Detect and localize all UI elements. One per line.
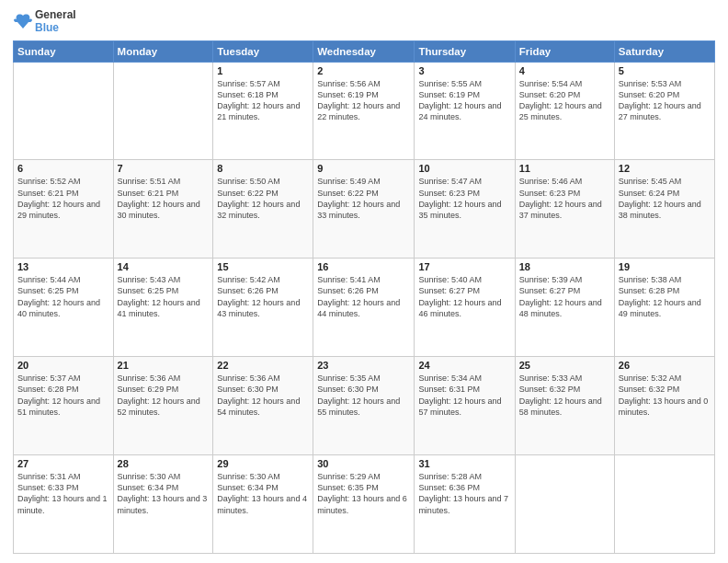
calendar-cell <box>614 455 714 554</box>
calendar-cell: 4Sunrise: 5:54 AM Sunset: 6:20 PM Daylig… <box>515 62 614 160</box>
day-info: Sunrise: 5:34 AM Sunset: 6:31 PM Dayligh… <box>418 373 510 418</box>
calendar-cell: 20Sunrise: 5:37 AM Sunset: 6:28 PM Dayli… <box>14 357 114 455</box>
calendar-cell: 27Sunrise: 5:31 AM Sunset: 6:33 PM Dayli… <box>14 455 114 554</box>
day-info: Sunrise: 5:50 AM Sunset: 6:22 PM Dayligh… <box>217 176 309 221</box>
calendar-cell: 1Sunrise: 5:57 AM Sunset: 6:18 PM Daylig… <box>213 62 313 160</box>
calendar-cell: 9Sunrise: 5:49 AM Sunset: 6:22 PM Daylig… <box>313 160 415 259</box>
day-info: Sunrise: 5:35 AM Sunset: 6:30 PM Dayligh… <box>317 373 410 418</box>
logo-bird-icon <box>13 12 33 32</box>
day-number: 15 <box>217 261 309 272</box>
day-info: Sunrise: 5:30 AM Sunset: 6:34 PM Dayligh… <box>118 471 210 516</box>
calendar-header-saturday: Saturday <box>614 40 714 62</box>
calendar-cell <box>14 62 114 160</box>
day-number: 11 <box>519 163 610 174</box>
day-info: Sunrise: 5:55 AM Sunset: 6:19 PM Dayligh… <box>418 78 510 123</box>
day-info: Sunrise: 5:45 AM Sunset: 6:24 PM Dayligh… <box>619 176 711 221</box>
day-number: 23 <box>317 360 410 371</box>
day-number: 6 <box>17 163 109 174</box>
calendar-cell: 6Sunrise: 5:52 AM Sunset: 6:21 PM Daylig… <box>14 160 114 259</box>
page: General Blue SundayMondayTuesdayWednesda… <box>0 0 728 563</box>
day-number: 21 <box>118 360 210 371</box>
calendar-week-row: 1Sunrise: 5:57 AM Sunset: 6:18 PM Daylig… <box>14 62 715 160</box>
day-number: 3 <box>418 65 510 76</box>
calendar-header-thursday: Thursday <box>415 40 515 62</box>
calendar-week-row: 13Sunrise: 5:44 AM Sunset: 6:25 PM Dayli… <box>14 259 715 357</box>
day-number: 9 <box>317 163 410 174</box>
calendar-header-wednesday: Wednesday <box>313 40 415 62</box>
day-number: 29 <box>217 458 309 469</box>
day-info: Sunrise: 5:52 AM Sunset: 6:21 PM Dayligh… <box>17 176 109 221</box>
calendar-cell: 26Sunrise: 5:32 AM Sunset: 6:32 PM Dayli… <box>614 357 714 455</box>
day-info: Sunrise: 5:41 AM Sunset: 6:26 PM Dayligh… <box>317 274 410 319</box>
day-number: 13 <box>17 261 109 272</box>
day-info: Sunrise: 5:44 AM Sunset: 6:25 PM Dayligh… <box>17 274 109 319</box>
day-number: 4 <box>519 65 610 76</box>
calendar-header-tuesday: Tuesday <box>213 40 313 62</box>
calendar-cell: 16Sunrise: 5:41 AM Sunset: 6:26 PM Dayli… <box>313 259 415 357</box>
day-info: Sunrise: 5:38 AM Sunset: 6:28 PM Dayligh… <box>619 274 711 319</box>
calendar-header-friday: Friday <box>515 40 614 62</box>
day-number: 7 <box>118 163 210 174</box>
day-number: 2 <box>317 65 410 76</box>
calendar-cell: 21Sunrise: 5:36 AM Sunset: 6:29 PM Dayli… <box>113 357 213 455</box>
day-number: 16 <box>317 261 410 272</box>
calendar-cell: 2Sunrise: 5:56 AM Sunset: 6:19 PM Daylig… <box>313 62 415 160</box>
calendar-week-row: 6Sunrise: 5:52 AM Sunset: 6:21 PM Daylig… <box>14 160 715 259</box>
day-info: Sunrise: 5:28 AM Sunset: 6:36 PM Dayligh… <box>418 471 510 516</box>
day-info: Sunrise: 5:57 AM Sunset: 6:18 PM Dayligh… <box>217 78 309 123</box>
day-number: 27 <box>17 458 109 469</box>
day-info: Sunrise: 5:51 AM Sunset: 6:21 PM Dayligh… <box>118 176 210 221</box>
calendar-cell: 12Sunrise: 5:45 AM Sunset: 6:24 PM Dayli… <box>614 160 714 259</box>
calendar-week-row: 20Sunrise: 5:37 AM Sunset: 6:28 PM Dayli… <box>14 357 715 455</box>
calendar-cell: 15Sunrise: 5:42 AM Sunset: 6:26 PM Dayli… <box>213 259 313 357</box>
calendar-cell: 5Sunrise: 5:53 AM Sunset: 6:20 PM Daylig… <box>614 62 714 160</box>
day-info: Sunrise: 5:32 AM Sunset: 6:32 PM Dayligh… <box>619 373 711 418</box>
day-info: Sunrise: 5:36 AM Sunset: 6:30 PM Dayligh… <box>217 373 309 418</box>
day-number: 31 <box>418 458 510 469</box>
day-info: Sunrise: 5:42 AM Sunset: 6:26 PM Dayligh… <box>217 274 309 319</box>
day-info: Sunrise: 5:30 AM Sunset: 6:34 PM Dayligh… <box>217 471 309 516</box>
calendar-table: SundayMondayTuesdayWednesdayThursdayFrid… <box>13 40 715 554</box>
day-info: Sunrise: 5:47 AM Sunset: 6:23 PM Dayligh… <box>418 176 510 221</box>
calendar-cell <box>113 62 213 160</box>
day-number: 12 <box>619 163 711 174</box>
calendar-cell: 31Sunrise: 5:28 AM Sunset: 6:36 PM Dayli… <box>415 455 515 554</box>
calendar-cell: 10Sunrise: 5:47 AM Sunset: 6:23 PM Dayli… <box>415 160 515 259</box>
calendar-cell: 17Sunrise: 5:40 AM Sunset: 6:27 PM Dayli… <box>415 259 515 357</box>
calendar-cell: 24Sunrise: 5:34 AM Sunset: 6:31 PM Dayli… <box>415 357 515 455</box>
day-info: Sunrise: 5:31 AM Sunset: 6:33 PM Dayligh… <box>17 471 109 516</box>
day-number: 20 <box>17 360 109 371</box>
logo: General Blue <box>13 9 76 35</box>
calendar-cell: 25Sunrise: 5:33 AM Sunset: 6:32 PM Dayli… <box>515 357 614 455</box>
calendar-cell: 3Sunrise: 5:55 AM Sunset: 6:19 PM Daylig… <box>415 62 515 160</box>
day-info: Sunrise: 5:54 AM Sunset: 6:20 PM Dayligh… <box>519 78 610 123</box>
day-number: 24 <box>418 360 510 371</box>
calendar-cell: 18Sunrise: 5:39 AM Sunset: 6:27 PM Dayli… <box>515 259 614 357</box>
day-number: 17 <box>418 261 510 272</box>
calendar-cell <box>515 455 614 554</box>
day-info: Sunrise: 5:36 AM Sunset: 6:29 PM Dayligh… <box>118 373 210 418</box>
day-info: Sunrise: 5:53 AM Sunset: 6:20 PM Dayligh… <box>619 78 711 123</box>
calendar-cell: 7Sunrise: 5:51 AM Sunset: 6:21 PM Daylig… <box>113 160 213 259</box>
calendar-week-row: 27Sunrise: 5:31 AM Sunset: 6:33 PM Dayli… <box>14 455 715 554</box>
calendar-cell: 22Sunrise: 5:36 AM Sunset: 6:30 PM Dayli… <box>213 357 313 455</box>
calendar-header-row: SundayMondayTuesdayWednesdayThursdayFrid… <box>14 40 715 62</box>
day-number: 19 <box>619 261 711 272</box>
calendar-cell: 8Sunrise: 5:50 AM Sunset: 6:22 PM Daylig… <box>213 160 313 259</box>
day-number: 10 <box>418 163 510 174</box>
day-number: 22 <box>217 360 309 371</box>
day-number: 18 <box>519 261 610 272</box>
day-info: Sunrise: 5:29 AM Sunset: 6:35 PM Dayligh… <box>317 471 410 516</box>
day-number: 1 <box>217 65 309 76</box>
day-info: Sunrise: 5:40 AM Sunset: 6:27 PM Dayligh… <box>418 274 510 319</box>
calendar-cell: 28Sunrise: 5:30 AM Sunset: 6:34 PM Dayli… <box>113 455 213 554</box>
header: General Blue <box>13 9 715 35</box>
day-number: 14 <box>118 261 210 272</box>
day-info: Sunrise: 5:39 AM Sunset: 6:27 PM Dayligh… <box>519 274 610 319</box>
calendar-cell: 29Sunrise: 5:30 AM Sunset: 6:34 PM Dayli… <box>213 455 313 554</box>
day-info: Sunrise: 5:46 AM Sunset: 6:23 PM Dayligh… <box>519 176 610 221</box>
day-info: Sunrise: 5:33 AM Sunset: 6:32 PM Dayligh… <box>519 373 610 418</box>
day-info: Sunrise: 5:43 AM Sunset: 6:25 PM Dayligh… <box>118 274 210 319</box>
day-info: Sunrise: 5:37 AM Sunset: 6:28 PM Dayligh… <box>17 373 109 418</box>
calendar-cell: 13Sunrise: 5:44 AM Sunset: 6:25 PM Dayli… <box>14 259 114 357</box>
